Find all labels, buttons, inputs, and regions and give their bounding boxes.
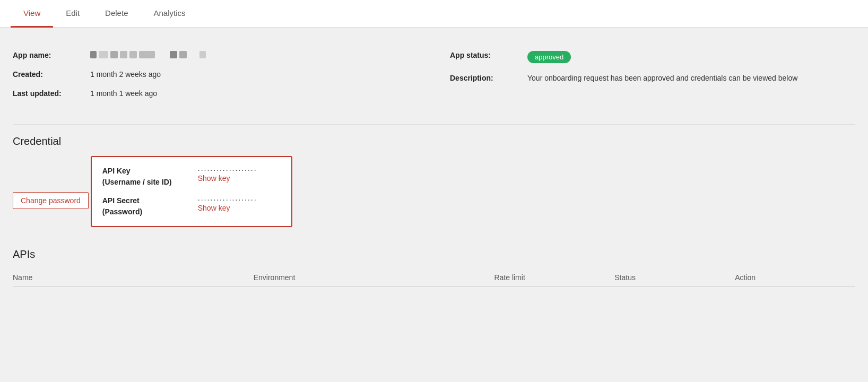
- app-name-row: App name:: [13, 51, 418, 59]
- change-password-button[interactable]: Change password: [13, 192, 89, 209]
- api-key-show-link[interactable]: Show key: [198, 174, 257, 183]
- status-badge: approved: [527, 51, 571, 63]
- col-name: Name: [13, 273, 254, 282]
- tab-analytics[interactable]: Analytics: [141, 0, 198, 28]
- tab-edit[interactable]: Edit: [53, 0, 92, 28]
- tab-view[interactable]: View: [11, 0, 53, 28]
- section-divider: [13, 124, 855, 125]
- col-status: Status: [614, 273, 735, 282]
- api-key-dots: ···················: [198, 166, 257, 174]
- tab-bar: View Edit Delete Analytics: [0, 0, 868, 28]
- apis-title: APIs: [13, 248, 855, 261]
- api-secret-dots: ···················: [198, 195, 257, 204]
- api-secret-show-link[interactable]: Show key: [198, 204, 257, 212]
- col-action: Action: [735, 273, 855, 282]
- app-status-row: App status: approved: [450, 51, 855, 63]
- app-status-label: App status:: [450, 51, 519, 59]
- col-environment: Environment: [254, 273, 494, 282]
- description-row: Description: Your onboarding request has…: [450, 74, 855, 82]
- credential-section: Credential Change password API Key(Usern…: [13, 135, 855, 243]
- last-updated-value: 1 month 1 week ago: [90, 89, 418, 98]
- created-row: Created: 1 month 2 weeks ago: [13, 70, 418, 79]
- description-value: Your onboarding request has been approve…: [527, 74, 855, 82]
- col-rate-limit: Rate limit: [494, 273, 614, 282]
- last-updated-row: Last updated: 1 month 1 week ago: [13, 89, 418, 98]
- credential-box: API Key(Username / site ID) ············…: [91, 156, 292, 227]
- description-label: Description:: [450, 74, 519, 82]
- last-updated-label: Last updated:: [13, 89, 82, 98]
- api-secret-label: API Secret(Password): [102, 195, 198, 218]
- app-name-value: [90, 51, 206, 58]
- created-value: 1 month 2 weeks ago: [90, 70, 418, 79]
- app-name-label: App name:: [13, 51, 82, 59]
- api-secret-row: API Secret(Password) ···················…: [102, 195, 281, 218]
- apis-section: APIs Name Environment Rate limit Status …: [13, 248, 855, 286]
- created-label: Created:: [13, 70, 82, 79]
- tab-delete[interactable]: Delete: [92, 0, 141, 28]
- api-key-label: API Key(Username / site ID): [102, 166, 198, 188]
- main-content: App name:: [0, 28, 868, 299]
- api-key-row: API Key(Username / site ID) ············…: [102, 166, 281, 188]
- info-section: App name:: [13, 40, 855, 119]
- apis-table-header: Name Environment Rate limit Status Actio…: [13, 269, 855, 286]
- credential-title: Credential: [13, 135, 855, 147]
